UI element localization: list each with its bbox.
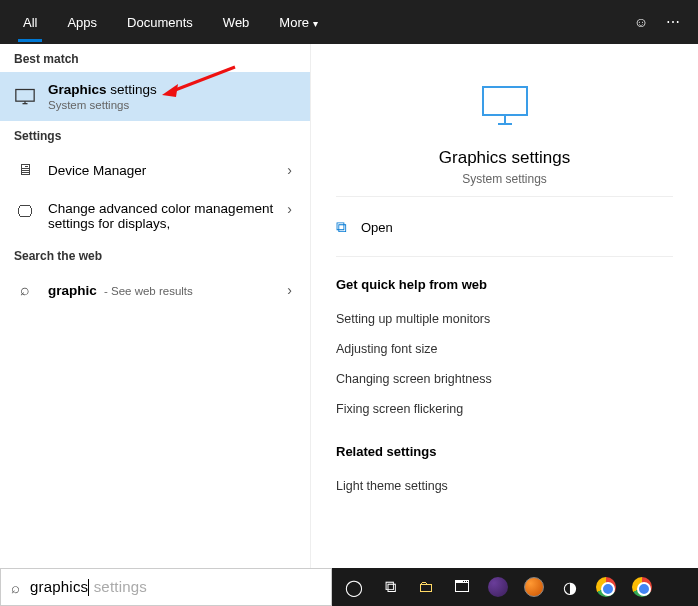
open-action[interactable]: ⧉ Open <box>336 212 673 257</box>
search-ghost-text: settings <box>89 578 147 595</box>
tab-all[interactable]: All <box>8 3 52 42</box>
results-panel: Best match Graphics settings System sett… <box>0 44 310 568</box>
taskbar-explorer-icon[interactable]: 🗀 <box>410 571 442 603</box>
result-web-graphic[interactable]: ⌕ graphic - See web results › <box>0 269 310 311</box>
device-manager-icon: 🖥 <box>14 159 36 181</box>
preview-title: Graphics settings <box>336 148 673 168</box>
chevron-right-icon: › <box>287 282 296 298</box>
taskbar-app2-icon[interactable] <box>518 571 550 603</box>
chevron-right-icon: › <box>287 201 296 217</box>
taskbar-app-icon[interactable]: 🗔 <box>446 571 478 603</box>
taskbar-app3-icon[interactable]: ◑ <box>554 571 586 603</box>
search-typed-text: graphics <box>30 578 88 595</box>
taskbar-chrome2-icon[interactable] <box>626 571 658 603</box>
taskbar: ◯ ⧉ 🗀 🗔 ◑ <box>332 568 698 606</box>
tab-web[interactable]: Web <box>208 3 265 42</box>
quick-link-brightness[interactable]: Changing screen brightness <box>336 364 673 394</box>
svg-rect-0 <box>16 89 34 101</box>
quick-help-heading: Get quick help from web <box>336 277 673 292</box>
related-link-theme[interactable]: Light theme settings <box>336 471 673 501</box>
monitor-icon <box>14 86 36 108</box>
search-icon: ⌕ <box>11 579 20 596</box>
quick-link-flickering[interactable]: Fixing screen flickering <box>336 394 673 424</box>
settings-label: Settings <box>0 121 310 149</box>
related-heading: Related settings <box>336 444 673 459</box>
top-tab-bar: All Apps Documents Web More▾ ☺ ⋯ <box>0 0 698 44</box>
tab-apps[interactable]: Apps <box>52 3 112 42</box>
search-input[interactable]: ⌕ graphics settings <box>0 568 332 606</box>
tab-more[interactable]: More▾ <box>264 3 333 42</box>
taskbar-taskview-icon[interactable]: ⧉ <box>374 571 406 603</box>
preview-subtitle: System settings <box>336 172 673 186</box>
quick-link-font[interactable]: Adjusting font size <box>336 334 673 364</box>
result-color-management[interactable]: 🖵 Change advanced color management setti… <box>0 191 310 241</box>
preview-panel: Graphics settings System settings ⧉ Open… <box>310 44 698 568</box>
result-device-manager[interactable]: 🖥 Device Manager › <box>0 149 310 191</box>
search-web-label: Search the web <box>0 241 310 269</box>
chevron-right-icon: › <box>287 162 296 178</box>
feedback-icon[interactable]: ☺ <box>634 14 648 30</box>
tab-documents[interactable]: Documents <box>112 3 208 42</box>
result-graphics-settings[interactable]: Graphics settings System settings <box>0 72 310 121</box>
more-options-icon[interactable]: ⋯ <box>666 14 680 30</box>
taskbar-cortana-icon[interactable]: ◯ <box>338 571 370 603</box>
taskbar-predator-icon[interactable] <box>482 571 514 603</box>
taskbar-chrome-icon[interactable] <box>590 571 622 603</box>
search-icon: ⌕ <box>14 279 36 301</box>
display-color-icon: 🖵 <box>14 201 36 223</box>
best-match-label: Best match <box>0 44 310 72</box>
chevron-down-icon: ▾ <box>313 18 318 29</box>
open-icon: ⧉ <box>336 218 347 236</box>
quick-link-monitors[interactable]: Setting up multiple monitors <box>336 304 673 334</box>
svg-rect-3 <box>483 87 527 115</box>
monitor-large-icon <box>480 84 530 129</box>
